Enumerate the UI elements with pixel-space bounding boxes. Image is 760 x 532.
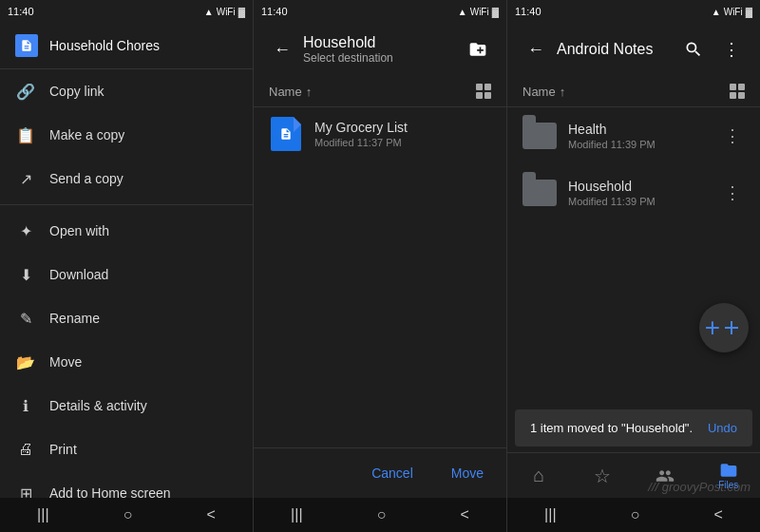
folder-more-health[interactable]: ⋮ bbox=[720, 122, 745, 150]
destination-header: ← Household Select destination bbox=[254, 23, 506, 76]
sys-nav-2: ||| ○ < bbox=[254, 498, 506, 532]
sort-label-2[interactable]: Name ↑ bbox=[269, 85, 312, 99]
time-1: 11:40 bbox=[8, 6, 34, 17]
panel-android-notes: 11:40 ▲ WiFi ▓ ← Android Notes ⋮ Name ↑ bbox=[507, 0, 760, 532]
signal-icon-3: ▲ bbox=[712, 7, 721, 17]
nav-back-2[interactable]: < bbox=[446, 499, 484, 531]
bottom-nav-home[interactable]: ⌂ bbox=[507, 453, 571, 498]
battery-icon-2: ▓ bbox=[492, 7, 499, 17]
snackbar-undo-button[interactable]: Undo bbox=[708, 421, 737, 435]
nav-home-1[interactable]: ○ bbox=[108, 499, 148, 531]
back-button-2[interactable]: ← bbox=[265, 32, 299, 66]
menu-label-copy-link: Copy link bbox=[49, 84, 104, 99]
grid-view-button-3[interactable] bbox=[730, 84, 745, 99]
battery-icon: ▓ bbox=[238, 7, 245, 17]
signal-icon: ▲ bbox=[204, 7, 214, 17]
menu-divider-1 bbox=[0, 204, 253, 205]
folder-item-household[interactable]: Household Modified 11:39 PM ⋮ bbox=[507, 164, 760, 221]
file-name-grocery: My Grocery List bbox=[314, 120, 491, 135]
menu-label-make-copy: Make a copy bbox=[49, 127, 124, 142]
notes-header: ← Android Notes ⋮ bbox=[507, 23, 760, 76]
folder-icon-health bbox=[522, 119, 557, 153]
nav-overview-3[interactable]: ||| bbox=[529, 499, 571, 531]
battery-icon-3: ▓ bbox=[746, 7, 752, 17]
nav-back-1[interactable]: < bbox=[192, 499, 231, 531]
folder-meta-health: Modified 11:39 PM bbox=[568, 139, 720, 150]
notes-title: Android Notes bbox=[557, 41, 676, 58]
cancel-button[interactable]: Cancel bbox=[364, 460, 421, 486]
menu-doc-title: Household Chores bbox=[49, 38, 160, 53]
folder-item-health[interactable]: Health Modified 11:39 PM ⋮ bbox=[507, 107, 760, 164]
bottom-nav-files[interactable]: Files bbox=[697, 453, 761, 498]
menu-item-rename[interactable]: ✎ Rename bbox=[0, 296, 253, 340]
fab-add-button[interactable] bbox=[699, 303, 749, 352]
menu-item-send-copy[interactable]: ↗ Send a copy bbox=[0, 157, 253, 200]
folder-icon-household bbox=[522, 176, 557, 210]
sort-bar-2: Name ↑ bbox=[254, 76, 506, 107]
status-bar-1: 11:40 ▲ WiFi ▓ bbox=[0, 0, 253, 23]
bottom-nav: ⌂ ☆ Files bbox=[507, 452, 760, 498]
folder-name-health: Health bbox=[568, 122, 720, 137]
menu-item-move[interactable]: 📂 Move bbox=[0, 340, 253, 384]
file-thumb-grocery bbox=[269, 117, 303, 151]
panel-context-menu: 11:40 ▲ WiFi ▓ Household Chores 🔗 Copy l… bbox=[0, 0, 254, 532]
add-home-icon: ⊞ bbox=[15, 483, 36, 498]
menu-item-add-home[interactable]: ⊞ Add to Home screen bbox=[0, 471, 253, 498]
download-icon: ⬇ bbox=[15, 264, 36, 285]
nav-home-3[interactable]: ○ bbox=[616, 499, 656, 531]
sys-nav-3: ||| ○ < bbox=[507, 498, 760, 532]
print-icon: 🖨 bbox=[15, 439, 36, 460]
destination-footer: Cancel Move bbox=[254, 447, 506, 498]
docs-file-icon bbox=[271, 117, 301, 151]
wifi-icon-2: WiFi bbox=[470, 7, 489, 17]
folder-name-household: Household bbox=[568, 179, 720, 194]
menu-item-details[interactable]: ℹ Details & activity bbox=[0, 384, 253, 428]
snackbar-message: 1 item moved to "Household". bbox=[530, 421, 693, 435]
sort-arrow-icon-3: ↑ bbox=[560, 85, 566, 99]
menu-item-copy-link[interactable]: 🔗 Copy link bbox=[0, 69, 253, 113]
nav-home-2[interactable]: ○ bbox=[362, 499, 402, 531]
nav-back-3[interactable]: < bbox=[699, 499, 738, 531]
search-button[interactable] bbox=[676, 32, 711, 66]
file-item-grocery[interactable]: My Grocery List Modified 11:37 PM bbox=[254, 107, 506, 161]
rename-icon: ✎ bbox=[15, 308, 36, 329]
destination-title: Household bbox=[303, 34, 461, 51]
more-options-button[interactable]: ⋮ bbox=[714, 32, 749, 66]
send-icon: ↗ bbox=[15, 168, 36, 189]
copy-icon: 📋 bbox=[15, 124, 36, 145]
destination-subtitle: Select destination bbox=[303, 51, 461, 65]
bottom-nav-shared[interactable] bbox=[634, 453, 697, 498]
signal-icon-2: ▲ bbox=[458, 7, 467, 17]
menu-item-make-copy[interactable]: 📋 Make a copy bbox=[0, 113, 253, 157]
notes-content: Health Modified 11:39 PM ⋮ Household Mod… bbox=[507, 107, 760, 409]
status-bar-2: 11:40 ▲ WiFi ▓ bbox=[254, 0, 506, 23]
docs-app-icon bbox=[15, 34, 38, 57]
back-button-3[interactable]: ← bbox=[519, 32, 553, 66]
menu-label-open-with: Open with bbox=[49, 223, 109, 238]
nav-overview-1[interactable]: ||| bbox=[22, 499, 64, 531]
folder-meta-household: Modified 11:39 PM bbox=[568, 196, 720, 207]
menu-label-print: Print bbox=[49, 442, 77, 457]
menu-header: Household Chores bbox=[0, 23, 253, 69]
files-label: Files bbox=[718, 480, 738, 490]
file-meta-grocery: Modified 11:37 PM bbox=[314, 137, 491, 148]
sort-bar-3: Name ↑ bbox=[507, 76, 760, 107]
destination-file-list: My Grocery List Modified 11:37 PM bbox=[254, 107, 506, 447]
grid-view-button-2[interactable] bbox=[476, 84, 491, 99]
status-bar-3: 11:40 ▲ WiFi ▓ bbox=[507, 0, 760, 23]
move-button[interactable]: Move bbox=[444, 460, 491, 486]
bottom-nav-starred[interactable]: ☆ bbox=[571, 453, 635, 498]
menu-item-open-with[interactable]: ✦ Open with bbox=[0, 209, 253, 253]
menu-label-move: Move bbox=[49, 354, 82, 370]
nav-overview-2[interactable]: ||| bbox=[276, 499, 317, 531]
open-with-icon: ✦ bbox=[15, 220, 36, 241]
folder-more-household[interactable]: ⋮ bbox=[720, 179, 745, 207]
wifi-icon: WiFi bbox=[217, 7, 236, 17]
snackbar: 1 item moved to "Household". Undo bbox=[515, 409, 752, 446]
menu-item-download[interactable]: ⬇ Download bbox=[0, 253, 253, 296]
new-folder-button[interactable] bbox=[461, 32, 495, 66]
menu-label-details: Details & activity bbox=[49, 398, 147, 413]
menu-item-print[interactable]: 🖨 Print bbox=[0, 428, 253, 471]
move-icon: 📂 bbox=[15, 352, 36, 372]
sort-label-3[interactable]: Name ↑ bbox=[522, 85, 565, 99]
